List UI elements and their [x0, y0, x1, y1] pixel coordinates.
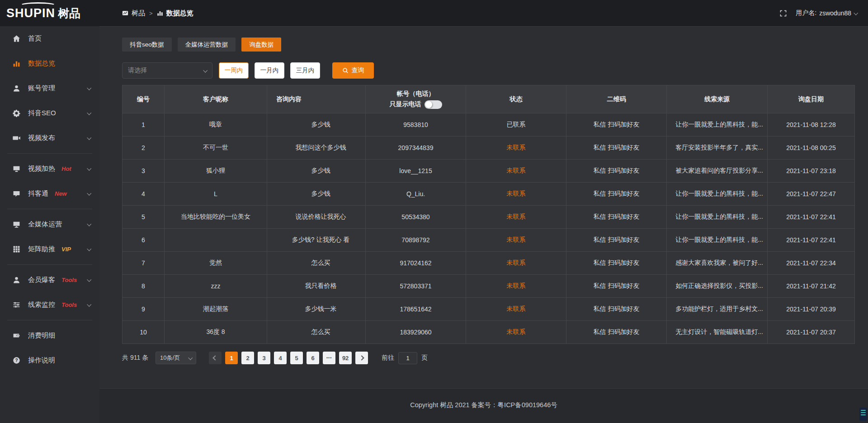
cell-source[interactable]: 让你一眼就爱上的黑科技，能...	[667, 113, 768, 136]
prev-page-button[interactable]	[209, 352, 222, 364]
page-button-1[interactable]: 1	[225, 352, 238, 364]
cell-no: 10	[123, 321, 165, 344]
cell-source[interactable]: 无主灯设计，智能磁吸轨道灯...	[667, 321, 768, 344]
sidebar-item-video-publish[interactable]: 视频发布	[0, 126, 99, 150]
page-ellipsis[interactable]: •••	[323, 352, 335, 364]
cell-account: 2097344839	[366, 136, 466, 160]
brand-logo[interactable]: SHUPIN 树品	[0, 0, 99, 26]
cell-nickname: 不可一世	[165, 136, 267, 160]
cell-nickname: 狐小狸	[165, 160, 267, 183]
chevron-down-icon	[188, 355, 193, 360]
cell-content: 怎么买	[267, 321, 366, 344]
user-icon	[13, 85, 21, 92]
sidebar-item-omnimedia[interactable]: 全媒体运营	[0, 212, 99, 237]
cell-nickname: L	[165, 183, 267, 206]
corner-widget[interactable]	[859, 408, 867, 421]
question-circle-icon: ?	[13, 357, 21, 364]
period-button-2[interactable]: 三月内	[290, 62, 320, 79]
tab-omnimedia-data[interactable]: 全媒体运营数据	[178, 38, 236, 52]
cell-source[interactable]: 让你一眼就爱上的黑科技，能...	[667, 229, 768, 252]
sidebar-item-account-management[interactable]: 账号管理	[0, 76, 99, 101]
sidebar-item-home[interactable]: 首页	[0, 26, 99, 51]
sidebar-divider	[7, 153, 92, 154]
table-row: 2不可一世我想问这个多少钱2097344839未联系私信 扫码加好友客厅安装投影…	[123, 136, 855, 160]
page-button-6[interactable]: 6	[307, 352, 319, 364]
period-button-1[interactable]: 一月内	[255, 62, 284, 79]
phone-toggle[interactable]	[425, 100, 442, 109]
cell-no: 4	[123, 183, 165, 206]
goto-page-input[interactable]	[398, 352, 417, 364]
fullscreen-icon[interactable]	[780, 10, 787, 17]
cell-no: 8	[123, 275, 165, 298]
sidebar-item-operation-guide[interactable]: ?操作说明	[0, 348, 99, 373]
site-icon	[122, 10, 128, 16]
cell-source[interactable]: 让你一眼就爱上的黑科技，能...	[667, 183, 768, 206]
filter-select-placeholder: 请选择	[128, 66, 147, 75]
cell-nickname: 36度 8	[165, 321, 267, 344]
cell-qr[interactable]: 私信 扫码加好友	[566, 136, 667, 160]
sidebar-item-douketong[interactable]: 抖客通New	[0, 181, 99, 206]
page-button-3[interactable]: 3	[258, 352, 270, 364]
cell-qr[interactable]: 私信 扫码加好友	[566, 229, 667, 252]
page-button-4[interactable]: 4	[274, 352, 287, 364]
cell-qr[interactable]: 私信 扫码加好友	[566, 321, 667, 344]
cell-source[interactable]: 感谢大家喜欢我家，被问了好...	[667, 252, 768, 275]
sidebar-divider	[7, 320, 92, 320]
cell-qr[interactable]: 私信 扫码加好友	[566, 275, 667, 298]
breadcrumb: 树品 > 数据总览	[122, 9, 193, 18]
query-button[interactable]: 查询	[332, 62, 374, 79]
cell-qr[interactable]: 私信 扫码加好友	[566, 206, 667, 229]
table-row: 1哦章多少钱9583810已联系私信 扫码加好友让你一眼就爱上的黑科技，能...…	[123, 113, 855, 136]
cell-qr[interactable]: 私信 扫码加好友	[566, 183, 667, 206]
sidebar-item-consumption-detail[interactable]: 消费明细	[0, 323, 99, 348]
cell-source[interactable]: 被大家追着问的客厅投影分享...	[667, 160, 768, 183]
next-page-button[interactable]	[355, 352, 368, 364]
tab-inquiry-data[interactable]: 询盘数据	[241, 38, 281, 52]
cell-date: 2021-11-07 20:37	[768, 321, 855, 344]
sidebar-item-label: 视频发布	[28, 134, 55, 142]
page-list: 123456•••92	[225, 352, 352, 364]
tab-douyin-seo-data[interactable]: 抖音seo数据	[122, 38, 172, 52]
column-header-nickname: 客户昵称	[165, 85, 267, 113]
sidebar-item-label: 数据总览	[28, 59, 55, 68]
cell-source[interactable]: 多功能护栏灯，适用于乡村文...	[667, 298, 768, 321]
search-icon	[342, 67, 349, 74]
cell-qr[interactable]: 私信 扫码加好友	[566, 252, 667, 275]
sidebar-item-douyin-seo[interactable]: 抖音SEO	[0, 101, 99, 126]
cell-source[interactable]: 让你一眼就爱上的黑科技，能...	[667, 206, 768, 229]
cell-source[interactable]: 客厅安装投影半年多了，真实...	[667, 136, 768, 160]
cell-content: 多少钱	[267, 160, 366, 183]
page-size-select[interactable]: 10条/页	[156, 352, 196, 364]
page-button-2[interactable]: 2	[241, 352, 254, 364]
main-area: 抖音seo数据全媒体运营数据询盘数据 请选择 一周内一月内三月内 查询 编	[99, 26, 868, 423]
sidebar-item-video-heat[interactable]: 视频加热Hot	[0, 156, 99, 181]
cell-nickname: 潮起潮落	[165, 298, 267, 321]
period-button-0[interactable]: 一周内	[219, 62, 249, 79]
sidebar-item-data-overview[interactable]: 数据总览	[0, 51, 99, 76]
chevron-left-icon	[212, 355, 217, 360]
sidebar-item-label: 操作说明	[28, 356, 55, 365]
footer: Copyright 树品 2021 备案号：粤ICP备09019646号	[99, 388, 868, 423]
sidebar-item-lead-monitor[interactable]: 线索监控Tools	[0, 292, 99, 317]
cell-qr[interactable]: 私信 扫码加好友	[566, 298, 667, 321]
page-button-5[interactable]: 5	[290, 352, 303, 364]
breadcrumb-item-site[interactable]: 树品	[132, 9, 145, 18]
cell-source[interactable]: 如何正确选择投影仪，买投影...	[667, 275, 768, 298]
username-label: 用户名:	[796, 9, 816, 17]
phone-toggle-row: 只显示电话	[366, 100, 466, 109]
page-button-92[interactable]: 92	[339, 352, 352, 364]
cell-date: 2021-11-07 23:18	[768, 160, 855, 183]
cell-status: 未联系	[466, 252, 566, 275]
goto-label: 前往	[382, 354, 394, 362]
breadcrumb-separator: >	[149, 10, 153, 17]
cell-account: 917024162	[366, 252, 466, 275]
user-menu[interactable]: 用户名: zswodun88	[796, 9, 857, 17]
cell-qr[interactable]: 私信 扫码加好友	[566, 160, 667, 183]
table-row: 1036度 8怎么买183929060未联系私信 扫码加好友无主灯设计，智能磁吸…	[123, 321, 855, 344]
cell-qr[interactable]: 私信 扫码加好友	[566, 113, 667, 136]
cell-content: 我想问这个多少钱	[267, 136, 366, 160]
sidebar-item-member-burst[interactable]: 会员爆客Tools	[0, 268, 99, 292]
filter-select[interactable]: 请选择	[122, 62, 212, 79]
chevron-down-icon	[87, 247, 91, 251]
sidebar-item-matrix-boost[interactable]: 矩阵助推VIP	[0, 237, 99, 262]
